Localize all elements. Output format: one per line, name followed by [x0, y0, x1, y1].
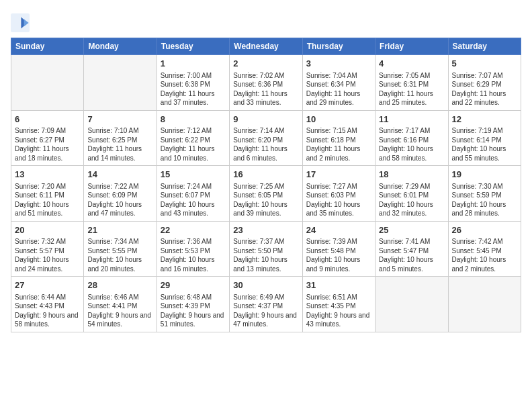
- calendar-week-row: 6Sunrise: 7:09 AMSunset: 6:27 PMDaylight…: [11, 110, 521, 166]
- day-info: Sunrise: 7:15 AMSunset: 6:18 PMDaylight:…: [306, 126, 371, 163]
- calendar-cell: 4Sunrise: 7:05 AMSunset: 6:31 PMDaylight…: [375, 55, 448, 111]
- calendar-cell: 23Sunrise: 7:37 AMSunset: 5:50 PMDayligh…: [230, 221, 302, 277]
- day-number: 30: [233, 279, 298, 291]
- day-header-saturday: Saturday: [448, 38, 521, 55]
- day-info: Sunrise: 7:36 AMSunset: 5:53 PMDaylight:…: [161, 237, 226, 273]
- day-number: 19: [452, 169, 517, 181]
- calendar-cell: 6Sunrise: 7:09 AMSunset: 6:27 PMDaylight…: [11, 110, 84, 166]
- day-number: 22: [161, 224, 226, 236]
- day-info: Sunrise: 7:22 AMSunset: 6:09 PMDaylight:…: [87, 182, 152, 218]
- day-header-tuesday: Tuesday: [157, 38, 229, 55]
- calendar-cell: 7Sunrise: 7:10 AMSunset: 6:25 PMDaylight…: [84, 110, 157, 166]
- calendar-cell: 26Sunrise: 7:42 AMSunset: 5:45 PMDayligh…: [448, 221, 521, 277]
- calendar-cell: 5Sunrise: 7:07 AMSunset: 6:29 PMDaylight…: [448, 55, 521, 111]
- calendar-cell: 18Sunrise: 7:29 AMSunset: 6:01 PMDayligh…: [375, 166, 448, 222]
- calendar-cell: 17Sunrise: 7:27 AMSunset: 6:03 PMDayligh…: [302, 166, 375, 222]
- day-info: Sunrise: 7:14 AMSunset: 6:20 PMDaylight:…: [233, 126, 298, 163]
- day-info: Sunrise: 7:25 AMSunset: 6:05 PMDaylight:…: [233, 182, 298, 218]
- day-info: Sunrise: 6:49 AMSunset: 4:37 PMDaylight:…: [233, 293, 298, 329]
- day-number: 7: [87, 113, 152, 126]
- day-number: 14: [87, 169, 152, 181]
- day-info: Sunrise: 7:42 AMSunset: 5:45 PMDaylight:…: [452, 237, 517, 273]
- calendar-cell: 31Sunrise: 6:51 AMSunset: 4:35 PMDayligh…: [302, 277, 375, 332]
- day-info: Sunrise: 7:12 AMSunset: 6:22 PMDaylight:…: [161, 126, 226, 163]
- calendar-cell: 14Sunrise: 7:22 AMSunset: 6:09 PMDayligh…: [84, 166, 157, 222]
- calendar-week-row: 27Sunrise: 6:44 AMSunset: 4:43 PMDayligh…: [11, 277, 521, 332]
- day-number: 23: [233, 224, 298, 236]
- calendar-cell: 8Sunrise: 7:12 AMSunset: 6:22 PMDaylight…: [157, 110, 229, 166]
- day-number: 2: [233, 58, 298, 70]
- day-number: 20: [15, 224, 80, 236]
- day-number: 5: [452, 58, 517, 70]
- calendar-week-row: 13Sunrise: 7:20 AMSunset: 6:11 PMDayligh…: [11, 166, 521, 222]
- day-number: 4: [379, 58, 444, 70]
- day-number: 6: [15, 113, 80, 126]
- day-info: Sunrise: 7:29 AMSunset: 6:01 PMDaylight:…: [379, 182, 444, 218]
- day-info: Sunrise: 7:19 AMSunset: 6:14 PMDaylight:…: [452, 126, 517, 163]
- day-number: 27: [15, 279, 80, 291]
- day-number: 26: [452, 224, 517, 236]
- day-info: Sunrise: 7:00 AMSunset: 6:38 PMDaylight:…: [161, 71, 226, 107]
- day-header-sunday: Sunday: [11, 38, 84, 55]
- day-number: 10: [306, 113, 371, 126]
- calendar-cell: [11, 55, 84, 111]
- calendar-cell: 29Sunrise: 6:48 AMSunset: 4:39 PMDayligh…: [157, 277, 229, 332]
- day-number: 1: [161, 58, 226, 70]
- calendar-cell: 27Sunrise: 6:44 AMSunset: 4:43 PMDayligh…: [11, 277, 84, 332]
- day-number: 8: [161, 113, 226, 126]
- calendar-cell: 2Sunrise: 7:02 AMSunset: 6:36 PMDaylight…: [230, 55, 302, 111]
- day-info: Sunrise: 7:37 AMSunset: 5:50 PMDaylight:…: [233, 237, 298, 273]
- day-number: 3: [306, 58, 371, 70]
- day-header-thursday: Thursday: [302, 38, 375, 55]
- calendar-cell: 16Sunrise: 7:25 AMSunset: 6:05 PMDayligh…: [230, 166, 302, 222]
- day-number: 21: [87, 224, 152, 236]
- day-number: 24: [306, 224, 371, 236]
- day-number: 15: [161, 169, 226, 181]
- day-info: Sunrise: 7:10 AMSunset: 6:25 PMDaylight:…: [87, 126, 152, 163]
- day-info: Sunrise: 7:09 AMSunset: 6:27 PMDaylight:…: [15, 126, 80, 163]
- day-number: 18: [379, 169, 444, 181]
- day-info: Sunrise: 7:30 AMSunset: 5:59 PMDaylight:…: [452, 182, 517, 218]
- day-number: 9: [233, 113, 298, 126]
- calendar-cell: [448, 277, 521, 332]
- day-info: Sunrise: 6:46 AMSunset: 4:41 PMDaylight:…: [87, 293, 152, 329]
- calendar-cell: 10Sunrise: 7:15 AMSunset: 6:18 PMDayligh…: [302, 110, 375, 166]
- day-info: Sunrise: 6:48 AMSunset: 4:39 PMDaylight:…: [161, 293, 226, 329]
- calendar-table: SundayMondayTuesdayWednesdayThursdayFrid…: [11, 38, 521, 332]
- logo: [11, 13, 31, 32]
- day-info: Sunrise: 7:27 AMSunset: 6:03 PMDaylight:…: [306, 182, 371, 218]
- day-info: Sunrise: 7:04 AMSunset: 6:34 PMDaylight:…: [306, 71, 371, 107]
- day-number: 28: [87, 279, 152, 291]
- calendar-cell: 21Sunrise: 7:34 AMSunset: 5:55 PMDayligh…: [84, 221, 157, 277]
- calendar-cell: 25Sunrise: 7:41 AMSunset: 5:47 PMDayligh…: [375, 221, 448, 277]
- calendar-week-row: 20Sunrise: 7:32 AMSunset: 5:57 PMDayligh…: [11, 221, 521, 277]
- day-info: Sunrise: 7:39 AMSunset: 5:48 PMDaylight:…: [306, 237, 371, 273]
- calendar-cell: 12Sunrise: 7:19 AMSunset: 6:14 PMDayligh…: [448, 110, 521, 166]
- page-header: [11, 11, 521, 32]
- day-number: 11: [379, 113, 444, 126]
- day-info: Sunrise: 7:32 AMSunset: 5:57 PMDaylight:…: [15, 237, 80, 273]
- day-number: 31: [306, 279, 371, 291]
- calendar-cell: [84, 55, 157, 111]
- calendar-cell: 24Sunrise: 7:39 AMSunset: 5:48 PMDayligh…: [302, 221, 375, 277]
- day-info: Sunrise: 7:07 AMSunset: 6:29 PMDaylight:…: [452, 71, 517, 107]
- day-header-monday: Monday: [84, 38, 157, 55]
- logo-icon: [11, 13, 30, 32]
- day-number: 16: [233, 169, 298, 181]
- day-header-friday: Friday: [375, 38, 448, 55]
- calendar-cell: 11Sunrise: 7:17 AMSunset: 6:16 PMDayligh…: [375, 110, 448, 166]
- day-number: 25: [379, 224, 444, 236]
- day-info: Sunrise: 7:24 AMSunset: 6:07 PMDaylight:…: [161, 182, 226, 218]
- calendar-cell: 13Sunrise: 7:20 AMSunset: 6:11 PMDayligh…: [11, 166, 84, 222]
- calendar-cell: 9Sunrise: 7:14 AMSunset: 6:20 PMDaylight…: [230, 110, 302, 166]
- day-number: 13: [15, 169, 80, 181]
- calendar-cell: 20Sunrise: 7:32 AMSunset: 5:57 PMDayligh…: [11, 221, 84, 277]
- day-info: Sunrise: 6:44 AMSunset: 4:43 PMDaylight:…: [15, 293, 80, 329]
- calendar-cell: 19Sunrise: 7:30 AMSunset: 5:59 PMDayligh…: [448, 166, 521, 222]
- calendar-cell: 15Sunrise: 7:24 AMSunset: 6:07 PMDayligh…: [157, 166, 229, 222]
- calendar-cell: 3Sunrise: 7:04 AMSunset: 6:34 PMDaylight…: [302, 55, 375, 111]
- calendar-cell: 22Sunrise: 7:36 AMSunset: 5:53 PMDayligh…: [157, 221, 229, 277]
- day-info: Sunrise: 7:05 AMSunset: 6:31 PMDaylight:…: [379, 71, 444, 107]
- calendar-week-row: 1Sunrise: 7:00 AMSunset: 6:38 PMDaylight…: [11, 55, 521, 111]
- day-number: 12: [452, 113, 517, 126]
